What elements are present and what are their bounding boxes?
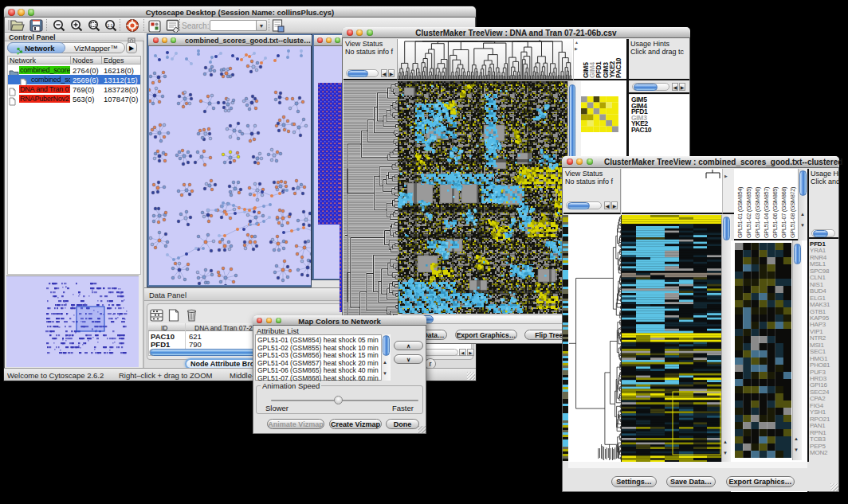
svg-text:1:1: 1:1 [108, 23, 113, 28]
svg-text:GPL51-07 (GSM868): GPL51-07 (GSM868) [780, 186, 787, 238]
svg-text:GPL51-04 (GSM857): GPL51-04 (GSM857) [763, 186, 770, 238]
svg-text:GPL51-03 (GSM856): GPL51-03 (GSM856) [754, 186, 761, 238]
svg-text:PAC10: PAC10 [614, 57, 622, 78]
svg-text:GPL51-02 (GSM855): GPL51-02 (GSM855) [745, 186, 752, 238]
svg-text:GPL51-06 (GSM865): GPL51-06 (GSM865) [771, 186, 779, 238]
svg-text:GPL51-08 (GSM872): GPL51-08 (GSM872) [789, 186, 796, 238]
svg-text:GPL51-01 (GSM854): GPL51-01 (GSM854) [736, 186, 744, 238]
